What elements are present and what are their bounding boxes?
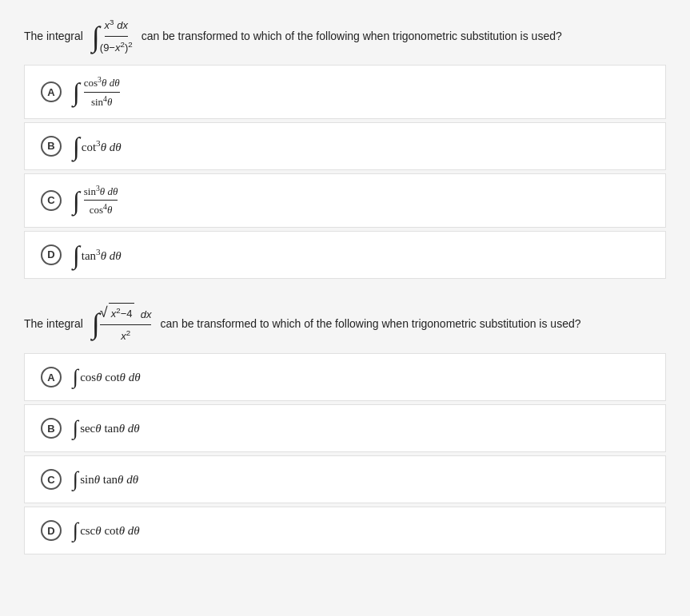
option-c-expr: ∫ sin3θ dθ cos4θ	[73, 184, 120, 217]
q2-integral-sym-a: ∫	[73, 367, 78, 387]
option-d-expr: ∫ tan3θ dθ	[73, 242, 122, 268]
question-1-text: The integral ∫ x3 dx (9−x2)2 can be tran…	[24, 16, 666, 57]
question-2-prefix: The integral	[24, 316, 83, 332]
q2-option-c-circle: C	[41, 469, 62, 490]
option-a-num: cos3θ dθ	[84, 75, 120, 92]
integral-sym-a: ∫	[73, 79, 80, 105]
question-1-option-d[interactable]: D ∫ tan3θ dθ	[24, 231, 666, 279]
sqrt-wrapper: √x2−4	[100, 303, 135, 323]
question-2-suffix: can be transformed to which of the follo…	[160, 316, 580, 332]
option-a-expr: ∫ cos3θ dθ sin4θ	[73, 75, 122, 109]
q2-option-c-text: sinθ tanθ dθ	[80, 473, 138, 487]
q2-option-d-text: cscθ cotθ dθ	[80, 524, 140, 538]
option-c-den: cos4θ	[90, 201, 113, 217]
question-2-options: A ∫ cosθ cotθ dθ B ∫ secθ tanθ dθ C ∫ si…	[24, 353, 666, 554]
integral-sym-c: ∫	[73, 188, 80, 213]
q2-option-a-text: cosθ cotθ dθ	[80, 371, 140, 384]
q2-integral-sym-c: ∫	[73, 469, 78, 490]
question-1-option-b[interactable]: B ∫ cot3θ dθ	[24, 122, 666, 170]
q2-option-d-expr: ∫ cscθ cotθ dθ	[73, 520, 140, 541]
option-c-circle: C	[41, 190, 62, 211]
question-1-option-c[interactable]: C ∫ sin3θ dθ cos4θ	[24, 173, 666, 228]
sqrt-content: x2−4	[109, 303, 135, 323]
question-2-option-c[interactable]: C ∫ sinθ tanθ dθ	[24, 455, 666, 503]
option-c-num: sin3θ dθ	[84, 184, 118, 201]
question-1-suffix: can be transformed to which of the follo…	[142, 28, 562, 45]
question-2-option-b[interactable]: B ∫ secθ tanθ dθ	[24, 404, 666, 452]
option-a-den: sin4θ	[91, 93, 112, 109]
question-2-text: The integral ∫ √x2−4 dx x2 can be transf…	[24, 303, 666, 345]
q2-fraction: √x2−4 dx x2	[100, 303, 152, 345]
q2-denominator: x2	[121, 325, 130, 345]
question-1-option-a[interactable]: A ∫ cos3θ dθ sin4θ	[24, 65, 666, 119]
q2-integral-sym-b: ∫	[73, 418, 78, 439]
q2-option-b-expr: ∫ secθ tanθ dθ	[73, 418, 140, 439]
question-1: The integral ∫ x3 dx (9−x2)2 can be tran…	[24, 16, 666, 279]
option-d-text: tan3θ dθ	[82, 247, 122, 263]
question-2-option-d[interactable]: D ∫ cscθ cotθ dθ	[24, 507, 666, 554]
q2-option-b-text: secθ tanθ dθ	[80, 422, 140, 435]
question-2-integral: ∫ √x2−4 dx x2	[92, 303, 152, 345]
q2-integral-sym-d: ∫	[73, 520, 78, 541]
option-b-text: cot3θ dθ	[82, 138, 122, 154]
q2-option-a-circle: A	[41, 367, 62, 387]
integral-sym-b: ∫	[73, 133, 80, 159]
option-a-frac: cos3θ dθ sin4θ	[84, 75, 120, 109]
question-1-prefix: The integral	[24, 28, 83, 45]
sqrt-symbol: √	[100, 305, 108, 320]
option-c-frac: sin3θ dθ cos4θ	[84, 184, 118, 217]
option-a-circle: A	[41, 81, 62, 102]
q2-numerator: √x2−4 dx	[100, 303, 152, 325]
q1-numerator: x3 dx	[105, 16, 128, 37]
option-b-expr: ∫ cot3θ dθ	[73, 133, 122, 159]
q2-option-a-expr: ∫ cosθ cotθ dθ	[73, 367, 141, 387]
q2-option-d-circle: D	[41, 520, 62, 541]
question-2-option-a[interactable]: A ∫ cosθ cotθ dθ	[24, 353, 666, 401]
question-1-integral: ∫ x3 dx (9−x2)2	[92, 16, 133, 57]
integral-symbol-1: ∫	[92, 22, 100, 51]
option-d-circle: D	[41, 244, 62, 265]
option-b-circle: B	[41, 136, 62, 157]
q2-option-c-expr: ∫ sinθ tanθ dθ	[73, 469, 138, 490]
q1-fraction: x3 dx (9−x2)2	[100, 16, 133, 57]
question-1-options: A ∫ cos3θ dθ sin4θ B ∫ cot3θ dθ C ∫	[24, 65, 666, 278]
question-2: The integral ∫ √x2−4 dx x2 can be transf…	[24, 303, 666, 554]
integral-symbol-2: ∫	[92, 309, 100, 338]
q1-denominator: (9−x2)2	[100, 37, 133, 57]
q2-option-b-circle: B	[41, 418, 62, 439]
integral-sym-d: ∫	[73, 242, 80, 268]
